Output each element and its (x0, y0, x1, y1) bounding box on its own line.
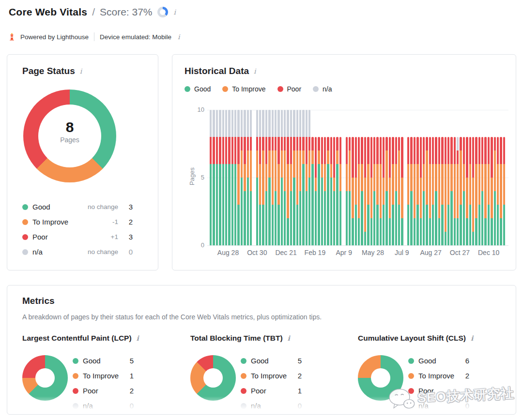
x-tick-label: Oct 27 (450, 249, 470, 256)
bar-segment-poor (272, 137, 274, 150)
bar-segment-good (441, 205, 443, 245)
metrics-subtitle: A breakdown of pages by their status for… (22, 313, 322, 321)
bar-segment-good (389, 218, 391, 245)
subheader-divider (94, 32, 94, 41)
bar-segment-good (463, 191, 465, 245)
bar-segment-improve (488, 164, 490, 205)
x-tick-label: May 28 (362, 249, 384, 256)
bar-segment-poor (457, 150, 459, 164)
bar-segment-improve (247, 150, 249, 178)
bar-segment-improve (398, 150, 400, 205)
page-status-info-icon[interactable]: i (79, 67, 83, 75)
lcp-legend: Good5 To Improve1 Poor2 n/a0 (73, 353, 134, 413)
y-tick-10: 10 (190, 106, 204, 113)
legend-label: To Improve (32, 218, 68, 226)
bar-segment-good (361, 191, 363, 245)
bar-segment-good (395, 191, 397, 245)
bar-segment-poor (250, 137, 252, 150)
bar-segment-improve (447, 164, 449, 205)
legend-row-good: Good5 (73, 353, 134, 368)
bar-segment-poor (327, 137, 329, 150)
bar-segment-good (450, 191, 452, 245)
bar-segment-improve (426, 150, 428, 205)
cls-info-icon[interactable]: i (470, 334, 474, 342)
score-text: Score: 37% (100, 6, 153, 18)
bar-segment-improve (414, 164, 415, 218)
poor-dot-icon (408, 388, 414, 394)
bar-segment-improve (484, 164, 486, 218)
legend-value: 3 (120, 233, 133, 241)
lcp-donut-chart[interactable] (22, 355, 68, 401)
bar-segment-na (277, 110, 279, 137)
bar-segment-poor (361, 137, 363, 164)
history-bar[interactable] (503, 110, 506, 245)
tbt-donut-chart[interactable] (190, 355, 236, 401)
bar-segment-good (308, 178, 310, 245)
bars-container (210, 110, 507, 245)
bar-segment-good (373, 191, 375, 245)
bar-segment-poor (463, 137, 465, 164)
metrics-title: Metrics (22, 296, 55, 306)
bar-segment-poor (352, 137, 354, 178)
bar-segment-good (420, 218, 422, 245)
bar-segment-na (299, 110, 301, 137)
bar-segment-na (222, 110, 224, 137)
na-dot-icon (73, 403, 78, 409)
bar-segment-poor (484, 137, 486, 164)
bar-segment-poor (503, 137, 505, 164)
bar-segment-improve (392, 164, 394, 205)
bar-segment-good (306, 191, 308, 245)
bar-segment-good (466, 218, 468, 245)
cls-donut-chart[interactable] (358, 355, 403, 401)
bar-segment-improve (401, 178, 403, 218)
bar-segment-poor (234, 137, 236, 164)
bar-segment-good (426, 205, 428, 245)
bar-segment-good (346, 191, 348, 245)
bar-segment-poor (262, 137, 264, 150)
bar-segment-poor (315, 137, 317, 178)
bar-segment-improve (327, 150, 329, 164)
bar-segment-poor (275, 137, 277, 150)
device-info-icon[interactable]: i (177, 33, 181, 41)
tbt-info-icon[interactable]: i (287, 334, 291, 342)
bar-segment-improve (237, 164, 239, 205)
x-tick-label: Apr 9 (336, 249, 352, 256)
bar-segment-good (380, 218, 382, 245)
bar-segment-good (281, 178, 283, 245)
score-info-icon[interactable]: i (173, 8, 177, 16)
lcp-title: Largest Contentful Paint (LCP) (22, 334, 132, 343)
bar-segment-poor (423, 137, 425, 164)
bar-segment-na (210, 110, 212, 137)
bar-segment-poor (256, 137, 258, 150)
lcp-info-icon[interactable]: i (136, 334, 140, 342)
bar-segment-poor (395, 137, 397, 164)
legend-row-good: Good6 (408, 353, 469, 368)
bar-segment-poor (389, 137, 391, 178)
legend-row-poor: Poor2 (73, 383, 134, 398)
bar-segment-improve (277, 164, 279, 205)
legend-row-to-improve: To Improve2 (408, 368, 469, 383)
legend-row-to-improve: To Improve1 (73, 368, 134, 383)
y-tick-0: 0 (190, 241, 204, 249)
bar-segment-poor (401, 137, 403, 178)
bar-segment-poor (306, 137, 308, 164)
bar-segment-good (478, 205, 480, 245)
bar-segment-good (423, 191, 425, 245)
bar-segment-good (336, 164, 338, 245)
bar-segment-improve (250, 150, 252, 191)
legend-row-good: Good no change 3 (22, 199, 133, 214)
bar-segment-poor (481, 137, 483, 164)
bar-segment-poor (330, 137, 332, 164)
bar-segment-improve (284, 150, 286, 191)
bar-segment-improve (432, 164, 434, 205)
bar-segment-poor (500, 137, 502, 164)
bar-segment-poor (268, 137, 270, 150)
bar-segment-good (339, 191, 341, 245)
bar-segment-improve (290, 164, 292, 191)
bar-segment-improve (383, 178, 385, 205)
legend-row-good: Good5 (241, 353, 302, 368)
poor-dot-icon (241, 388, 246, 394)
na-dot-icon (408, 403, 414, 409)
bar-segment-na (296, 110, 298, 137)
bar-segment-na (241, 110, 243, 137)
